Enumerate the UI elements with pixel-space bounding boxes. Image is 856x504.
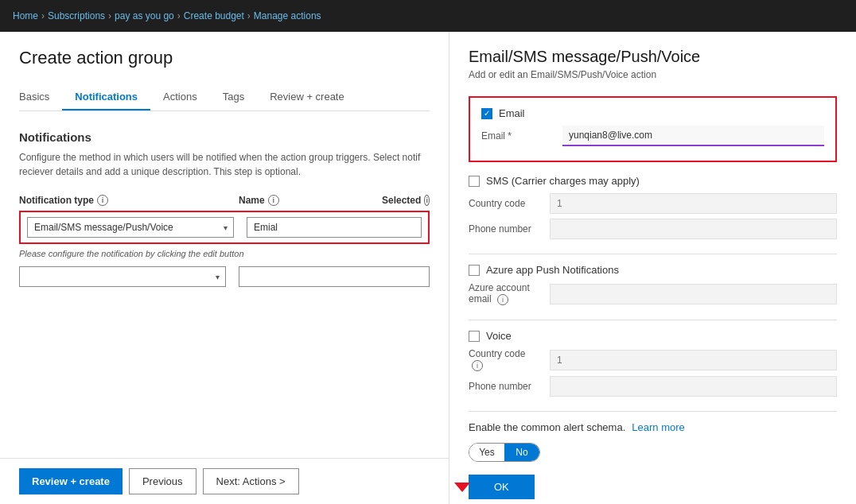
breadcrumb-subscriptions[interactable]: Subscriptions xyxy=(48,10,105,21)
notification-type-select-wrapper-2: ▾ xyxy=(19,266,226,287)
ok-button[interactable]: OK xyxy=(469,475,535,499)
col3-label: Selected i xyxy=(382,195,430,206)
breadcrumb-createbudget[interactable]: Create budget xyxy=(184,10,244,21)
left-panel: Create action group Basics Notifications… xyxy=(0,32,449,504)
divider-2 xyxy=(469,320,837,320)
section-title: Notifications xyxy=(19,130,430,144)
azure-push-section: Azure app Push Notifications Azure accou… xyxy=(469,264,837,305)
main-layout: Create action group Basics Notifications… xyxy=(0,32,856,504)
notification-name-input-1[interactable] xyxy=(247,217,422,238)
voice-phone-input[interactable] xyxy=(550,376,837,397)
email-section-box: Email Email * xyxy=(469,96,837,162)
form-labels: Notification type i Name i Selected i xyxy=(19,195,430,206)
voice-country-input[interactable] xyxy=(550,350,837,370)
notification-row-1: Email/SMS message/Push/Voice ▾ xyxy=(19,211,430,244)
sms-label: SMS (Carrier charges may apply) xyxy=(486,175,640,187)
email-label: Email xyxy=(499,107,525,119)
tab-tags[interactable]: Tags xyxy=(210,84,257,110)
tab-basics[interactable]: Basics xyxy=(19,84,62,110)
tab-notifications[interactable]: Notifications xyxy=(62,84,150,110)
notification-type-info-icon[interactable]: i xyxy=(97,195,108,206)
next-button[interactable]: Next: Actions > xyxy=(203,468,299,494)
tab-bar: Basics Notifications Actions Tags Review… xyxy=(19,84,430,111)
panel-subtitle: Add or edit an Email/SMS/Push/Voice acti… xyxy=(469,69,837,80)
azure-checkbox-row: Azure app Push Notifications xyxy=(469,264,837,276)
sms-phone-label: Phone number xyxy=(469,223,540,235)
sms-country-label: Country code xyxy=(469,198,540,209)
breadcrumb-sep3: › xyxy=(177,10,181,21)
voice-country-info-icon[interactable]: i xyxy=(472,360,483,371)
col1-label: Notification type i xyxy=(19,195,226,206)
breadcrumb-payasyougo[interactable]: pay as you go xyxy=(115,10,174,21)
hint-text: Please configure the notification by cli… xyxy=(19,249,430,258)
top-bar: Home › Subscriptions › pay as you go › C… xyxy=(0,0,856,32)
tab-actions[interactable]: Actions xyxy=(150,84,210,110)
breadcrumb-sep2: › xyxy=(108,10,111,21)
divider-3 xyxy=(469,411,837,412)
selected-info-icon[interactable]: i xyxy=(424,195,430,206)
sms-checkbox[interactable] xyxy=(469,176,480,187)
bottom-buttons: Review + create Previous Next: Actions > xyxy=(0,458,449,504)
email-checkbox[interactable] xyxy=(481,108,492,119)
voice-label: Voice xyxy=(486,330,512,342)
ok-button-wrapper: OK xyxy=(469,475,535,499)
notification-type-select-2[interactable] xyxy=(19,266,226,287)
notification-name-input-2[interactable] xyxy=(239,266,430,287)
email-checkbox-row: Email xyxy=(481,107,824,119)
voice-country-label: Country code i xyxy=(469,348,540,371)
review-create-button[interactable]: Review + create xyxy=(19,468,123,494)
azure-account-input[interactable] xyxy=(550,284,837,304)
email-field-label: Email * xyxy=(481,130,553,142)
col2-label: Name i xyxy=(239,195,369,206)
toggle-no[interactable]: No xyxy=(504,444,539,461)
notification-type-select[interactable]: Email/SMS message/Push/Voice xyxy=(27,217,234,238)
divider-1 xyxy=(469,254,837,254)
voice-checkbox[interactable] xyxy=(469,331,480,342)
name-info-icon[interactable]: i xyxy=(268,195,279,206)
voice-phone-row: Phone number xyxy=(469,376,837,397)
right-panel: Email/SMS message/Push/Voice Add or edit… xyxy=(449,32,856,504)
azure-account-label: Azure account email i xyxy=(469,282,540,305)
email-field-row: Email * xyxy=(481,126,824,146)
breadcrumb-manageactions[interactable]: Manage actions xyxy=(254,10,321,21)
toggle-yes[interactable]: Yes xyxy=(469,444,504,461)
sms-country-input[interactable] xyxy=(550,193,837,214)
sms-country-row: Country code xyxy=(469,193,837,214)
azure-push-label: Azure app Push Notifications xyxy=(486,264,619,276)
azure-push-checkbox[interactable] xyxy=(469,265,480,276)
azure-account-row: Azure account email i xyxy=(469,282,837,305)
schema-label: Enable the common alert schema. xyxy=(469,421,625,433)
email-input[interactable] xyxy=(562,126,824,146)
voice-phone-label: Phone number xyxy=(469,381,540,392)
panel-title: Email/SMS message/Push/Voice xyxy=(469,48,837,66)
breadcrumb-sep4: › xyxy=(247,10,251,21)
sms-checkbox-row: SMS (Carrier charges may apply) xyxy=(469,175,837,187)
previous-button[interactable]: Previous xyxy=(129,468,196,494)
page-title: Create action group xyxy=(19,48,430,68)
azure-account-info-icon[interactable]: i xyxy=(497,294,508,305)
section-desc: Configure the method in which users will… xyxy=(19,150,430,179)
notification-row-2: ▾ xyxy=(19,266,430,287)
sms-phone-input[interactable] xyxy=(550,219,837,239)
sms-phone-row: Phone number xyxy=(469,219,837,239)
breadcrumb-home[interactable]: Home xyxy=(13,10,38,21)
breadcrumb-sep1: › xyxy=(41,10,45,21)
learn-more-link[interactable]: Learn more xyxy=(632,421,684,433)
breadcrumb: Home › Subscriptions › pay as you go › C… xyxy=(13,10,321,21)
voice-checkbox-row: Voice xyxy=(469,330,837,342)
toggle-ok-row: Yes No xyxy=(469,443,837,462)
notification-type-select-wrapper: Email/SMS message/Push/Voice ▾ xyxy=(27,217,234,238)
voice-country-row: Country code i xyxy=(469,348,837,371)
yes-no-toggle[interactable]: Yes No xyxy=(469,443,540,462)
schema-row: Enable the common alert schema. Learn mo… xyxy=(469,421,837,433)
tab-review-create[interactable]: Review + create xyxy=(257,84,357,110)
voice-section: Voice Country code i Phone number xyxy=(469,330,837,397)
sms-section: SMS (Carrier charges may apply) Country … xyxy=(469,175,837,239)
